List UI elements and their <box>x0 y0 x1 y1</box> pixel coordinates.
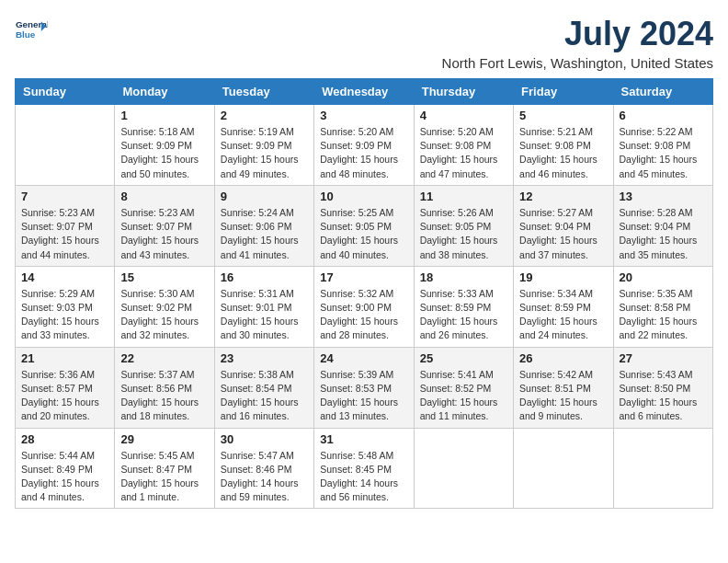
calendar-cell: 26Sunrise: 5:42 AMSunset: 8:51 PMDayligh… <box>514 347 613 428</box>
calendar-cell <box>613 428 712 509</box>
calendar-cell: 4Sunrise: 5:20 AMSunset: 9:08 PMDaylight… <box>414 105 513 186</box>
calendar-cell: 2Sunrise: 5:19 AMSunset: 9:09 PMDaylight… <box>214 105 313 186</box>
day-number: 29 <box>120 432 208 446</box>
calendar-cell: 7Sunrise: 5:23 AMSunset: 9:07 PMDaylight… <box>16 185 115 266</box>
day-info: Sunrise: 5:23 AMSunset: 9:07 PMDaylight:… <box>120 206 208 262</box>
day-info: Sunrise: 5:18 AMSunset: 9:09 PMDaylight:… <box>120 125 208 181</box>
calendar-cell: 19Sunrise: 5:34 AMSunset: 8:59 PMDayligh… <box>514 266 613 347</box>
calendar-cell <box>514 428 613 509</box>
day-info: Sunrise: 5:35 AMSunset: 8:58 PMDaylight:… <box>620 287 707 343</box>
day-number: 31 <box>320 432 407 446</box>
day-number: 14 <box>21 270 108 284</box>
day-number: 5 <box>519 109 607 122</box>
day-info: Sunrise: 5:38 AMSunset: 8:54 PMDaylight:… <box>221 368 308 424</box>
day-info: Sunrise: 5:48 AMSunset: 8:45 PMDaylight:… <box>320 449 407 505</box>
calendar-header-row: SundayMondayTuesdayWednesdayThursdayFrid… <box>16 79 713 105</box>
calendar-week-1: 1Sunrise: 5:18 AMSunset: 9:09 PMDaylight… <box>16 105 713 186</box>
day-info: Sunrise: 5:20 AMSunset: 9:09 PMDaylight:… <box>320 125 407 181</box>
day-info: Sunrise: 5:33 AMSunset: 8:59 PMDaylight:… <box>420 287 507 343</box>
calendar-cell: 15Sunrise: 5:30 AMSunset: 9:02 PMDayligh… <box>115 266 214 347</box>
day-number: 27 <box>620 351 707 365</box>
page-header: GeneralBlue July 2024 North Fort Lewis, … <box>15 15 713 71</box>
calendar-cell: 28Sunrise: 5:44 AMSunset: 8:49 PMDayligh… <box>16 428 115 509</box>
calendar-cell: 17Sunrise: 5:32 AMSunset: 9:00 PMDayligh… <box>314 266 414 347</box>
day-number: 9 <box>221 190 308 203</box>
calendar-cell: 13Sunrise: 5:28 AMSunset: 9:04 PMDayligh… <box>613 185 712 266</box>
day-number: 15 <box>120 270 208 284</box>
calendar-cell: 23Sunrise: 5:38 AMSunset: 8:54 PMDayligh… <box>214 347 313 428</box>
calendar-cell: 6Sunrise: 5:22 AMSunset: 9:08 PMDaylight… <box>613 105 712 186</box>
day-info: Sunrise: 5:20 AMSunset: 9:08 PMDaylight:… <box>420 125 507 181</box>
header-monday: Monday <box>115 79 214 105</box>
calendar-cell: 12Sunrise: 5:27 AMSunset: 9:04 PMDayligh… <box>514 185 613 266</box>
calendar-cell: 27Sunrise: 5:43 AMSunset: 8:50 PMDayligh… <box>613 347 712 428</box>
day-info: Sunrise: 5:36 AMSunset: 8:57 PMDaylight:… <box>21 368 108 424</box>
svg-text:Blue: Blue <box>16 29 36 40</box>
calendar-cell: 5Sunrise: 5:21 AMSunset: 9:08 PMDaylight… <box>514 105 613 186</box>
calendar-cell: 18Sunrise: 5:33 AMSunset: 8:59 PMDayligh… <box>414 266 513 347</box>
logo: GeneralBlue <box>15 15 48 48</box>
calendar-week-2: 7Sunrise: 5:23 AMSunset: 9:07 PMDaylight… <box>16 185 713 266</box>
day-number: 26 <box>519 351 607 365</box>
day-number: 18 <box>420 270 507 284</box>
calendar-cell <box>414 428 513 509</box>
day-number: 25 <box>420 351 507 365</box>
day-number: 2 <box>221 109 308 122</box>
calendar-cell: 10Sunrise: 5:25 AMSunset: 9:05 PMDayligh… <box>314 185 414 266</box>
day-number: 6 <box>620 109 707 122</box>
calendar-cell: 8Sunrise: 5:23 AMSunset: 9:07 PMDaylight… <box>115 185 214 266</box>
header-sunday: Sunday <box>16 79 115 105</box>
day-number: 24 <box>320 351 407 365</box>
day-number: 12 <box>519 190 607 203</box>
location: North Fort Lewis, Washington, United Sta… <box>442 55 713 71</box>
header-tuesday: Tuesday <box>214 79 313 105</box>
day-info: Sunrise: 5:45 AMSunset: 8:47 PMDaylight:… <box>120 449 208 505</box>
calendar-week-4: 21Sunrise: 5:36 AMSunset: 8:57 PMDayligh… <box>16 347 713 428</box>
day-number: 21 <box>21 351 108 365</box>
day-info: Sunrise: 5:34 AMSunset: 8:59 PMDaylight:… <box>519 287 607 343</box>
calendar-cell: 25Sunrise: 5:41 AMSunset: 8:52 PMDayligh… <box>414 347 513 428</box>
calendar-week-3: 14Sunrise: 5:29 AMSunset: 9:03 PMDayligh… <box>16 266 713 347</box>
calendar-cell: 3Sunrise: 5:20 AMSunset: 9:09 PMDaylight… <box>314 105 414 186</box>
day-number: 1 <box>120 109 208 122</box>
day-number: 22 <box>120 351 208 365</box>
calendar-cell: 11Sunrise: 5:26 AMSunset: 9:05 PMDayligh… <box>414 185 513 266</box>
day-number: 28 <box>21 432 108 446</box>
calendar-table: SundayMondayTuesdayWednesdayThursdayFrid… <box>15 78 713 509</box>
day-info: Sunrise: 5:32 AMSunset: 9:00 PMDaylight:… <box>320 287 407 343</box>
calendar-week-5: 28Sunrise: 5:44 AMSunset: 8:49 PMDayligh… <box>16 428 713 509</box>
title-block: July 2024 North Fort Lewis, Washington, … <box>442 15 713 71</box>
header-saturday: Saturday <box>613 79 712 105</box>
day-number: 8 <box>120 190 208 203</box>
calendar-cell: 16Sunrise: 5:31 AMSunset: 9:01 PMDayligh… <box>214 266 313 347</box>
day-number: 13 <box>620 190 707 203</box>
day-info: Sunrise: 5:37 AMSunset: 8:56 PMDaylight:… <box>120 368 208 424</box>
day-number: 16 <box>221 270 308 284</box>
day-info: Sunrise: 5:27 AMSunset: 9:04 PMDaylight:… <box>519 206 607 262</box>
day-info: Sunrise: 5:47 AMSunset: 8:46 PMDaylight:… <box>221 449 308 505</box>
day-info: Sunrise: 5:26 AMSunset: 9:05 PMDaylight:… <box>420 206 507 262</box>
day-number: 7 <box>21 190 108 203</box>
day-info: Sunrise: 5:28 AMSunset: 9:04 PMDaylight:… <box>620 206 707 262</box>
calendar-cell: 21Sunrise: 5:36 AMSunset: 8:57 PMDayligh… <box>16 347 115 428</box>
calendar-cell: 29Sunrise: 5:45 AMSunset: 8:47 PMDayligh… <box>115 428 214 509</box>
day-info: Sunrise: 5:39 AMSunset: 8:53 PMDaylight:… <box>320 368 407 424</box>
day-info: Sunrise: 5:21 AMSunset: 9:08 PMDaylight:… <box>519 125 607 181</box>
calendar-cell <box>16 105 115 186</box>
day-number: 3 <box>320 109 407 122</box>
header-thursday: Thursday <box>414 79 513 105</box>
header-friday: Friday <box>514 79 613 105</box>
day-number: 4 <box>420 109 507 122</box>
header-wednesday: Wednesday <box>314 79 414 105</box>
calendar-cell: 24Sunrise: 5:39 AMSunset: 8:53 PMDayligh… <box>314 347 414 428</box>
day-info: Sunrise: 5:23 AMSunset: 9:07 PMDaylight:… <box>21 206 108 262</box>
day-number: 19 <box>519 270 607 284</box>
day-info: Sunrise: 5:43 AMSunset: 8:50 PMDaylight:… <box>620 368 707 424</box>
day-info: Sunrise: 5:42 AMSunset: 8:51 PMDaylight:… <box>519 368 607 424</box>
calendar-cell: 20Sunrise: 5:35 AMSunset: 8:58 PMDayligh… <box>613 266 712 347</box>
day-info: Sunrise: 5:29 AMSunset: 9:03 PMDaylight:… <box>21 287 108 343</box>
day-info: Sunrise: 5:24 AMSunset: 9:06 PMDaylight:… <box>221 206 308 262</box>
calendar-cell: 31Sunrise: 5:48 AMSunset: 8:45 PMDayligh… <box>314 428 414 509</box>
logo-icon: GeneralBlue <box>15 15 48 48</box>
month-title: July 2024 <box>442 15 713 53</box>
